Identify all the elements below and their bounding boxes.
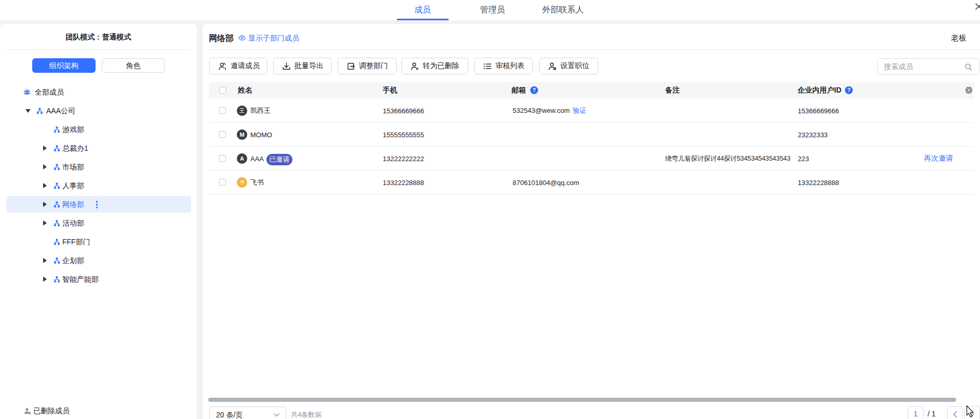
svg-text:?: ?	[847, 87, 850, 93]
svg-text:?: ?	[532, 87, 535, 93]
